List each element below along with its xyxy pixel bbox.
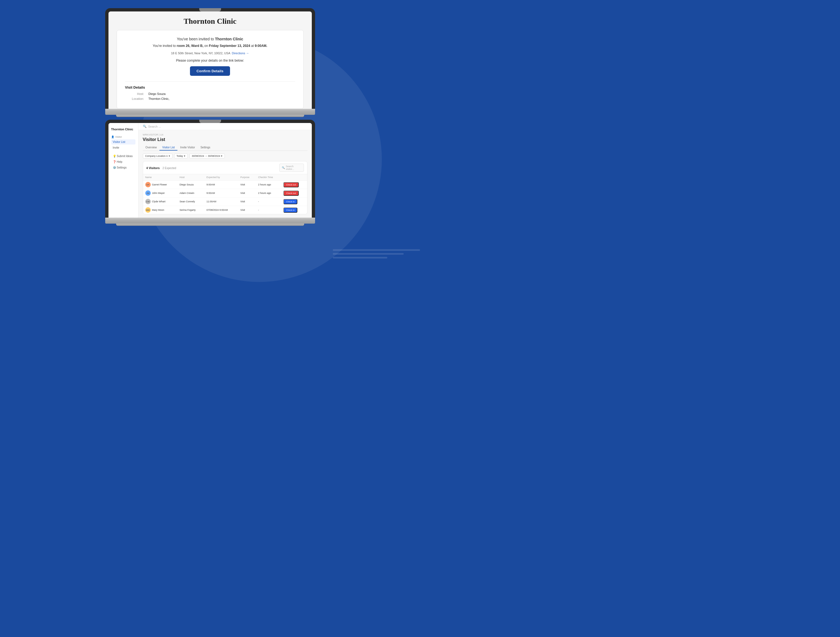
sidebar-item-submit-ideas[interactable]: 💡 Submit Ideas [111, 153, 136, 159]
top-laptop-frame: Thornton Clinic You've been invited to T… [105, 8, 315, 109]
decorative-lines [333, 249, 420, 259]
email-card: You've been invited to Thornton Clinic Y… [117, 30, 304, 109]
host-label: Host: [125, 92, 144, 95]
breadcrumb: WRKVISITOR | U4 [143, 133, 308, 136]
checkin-button[interactable]: Check in [283, 207, 297, 213]
checkin-time-cell: 2 hours ago [256, 180, 281, 189]
avatar: GF [145, 182, 151, 187]
tab-overview[interactable]: Overview [143, 145, 160, 150]
col-checkin: Checkin Time [256, 174, 281, 180]
filter-bar: Company Location A ▾ Today ▾ 30/08/2024 … [143, 153, 308, 158]
table-row: GF Garret Flower Diego Souza9:00AMVisit2… [143, 180, 307, 189]
host-row: Host: Diego Souza [125, 92, 295, 95]
table-row: JM John Mayer Adam Crewin9:00AMVisit2 ho… [143, 189, 307, 198]
checkin-button[interactable]: Check in [283, 199, 297, 204]
host-cell: Serina Fogarty [177, 206, 204, 214]
sidebar-logo: Thornton Clinic [111, 127, 136, 131]
col-action [281, 174, 307, 180]
expected-cell: 9:00AM [204, 189, 238, 198]
location-label: Location: [125, 97, 144, 100]
location-value: Thornton Clinic, [148, 97, 169, 100]
location-filter[interactable]: Company Location A ▾ [143, 153, 172, 158]
col-purpose: Purpose [238, 174, 256, 180]
visit-details-title: Visit Details [125, 85, 295, 89]
clinic-name-bold: Thornton Clinic [215, 37, 243, 41]
tab-settings[interactable]: Settings [197, 145, 213, 150]
main-content: 🔍 Search ... WRKVISITOR | U4 Visitor Lis… [139, 123, 312, 218]
clinic-title-top: Thornton Clinic [117, 17, 304, 25]
bottom-screen: Thornton Clinic 👤 Visitor Visitor List I… [109, 123, 312, 218]
avatar: MM [145, 207, 151, 213]
search-icon-table: 🔍 [282, 166, 285, 169]
col-name: Name [143, 174, 177, 180]
action-cell: Check in [281, 206, 307, 214]
table-row: CW Clyde Whart Sean Connely11:00AMVisit-… [143, 198, 307, 206]
host-value: Diego Souza [148, 92, 166, 95]
main-container: Thornton Clinic You've been invited to T… [0, 0, 420, 234]
complete-details-text: Please complete your details on the link… [125, 58, 295, 62]
date-range-filter[interactable]: 30/08/2024 → 30/08/2024 ▾ [189, 153, 225, 158]
visitor-name: Garret Flower [152, 183, 167, 186]
avatar-cell: CW Clyde Whart [145, 199, 175, 204]
avatar-cell: GF Garret Flower [145, 182, 175, 187]
avatar-cell: MM Mary Moon [145, 207, 175, 213]
top-laptop-base [105, 109, 315, 115]
confirm-details-button[interactable]: Confirm Details [190, 66, 230, 76]
tab-bar: Overview Visitor List Invite Visitor Set… [143, 145, 308, 151]
checkout-button[interactable]: Check out [283, 191, 299, 196]
page-title: Visitor List [143, 137, 308, 142]
top-screen: Thornton Clinic You've been invited to T… [109, 11, 312, 109]
bottom-laptop-frame: Thornton Clinic 👤 Visitor Visitor List I… [105, 120, 315, 218]
checkout-button[interactable]: Check out [283, 182, 299, 187]
host-cell: Diego Souza [177, 180, 204, 189]
chevron-down-icon: ▾ [169, 155, 170, 157]
action-cell: Check out [281, 189, 307, 198]
directions-link[interactable]: Directions → [232, 52, 249, 55]
visitor-name-cell: CW Clyde Whart [143, 198, 177, 206]
visitor-table: Name Host Expected by Purpose Checkin Ti… [143, 174, 307, 214]
invite-plain-text: You've been invited to [177, 37, 215, 41]
top-laptop-foot [116, 115, 304, 117]
visitor-name: Clyde Whart [152, 200, 166, 203]
visitor-name-cell: MM Mary Moon [143, 206, 177, 214]
settings-icon: ⚙️ [113, 166, 116, 169]
action-cell: Check out [281, 180, 307, 189]
sidebar-item-visitor-list[interactable]: Visitor List [111, 139, 136, 144]
sidebar-item-invite[interactable]: Invite [111, 145, 136, 150]
search-icon-global: 🔍 [143, 125, 147, 128]
sidebar-item-help[interactable]: ❓ Help [111, 159, 136, 164]
avatar-cell: JM John Mayer [145, 190, 175, 196]
purpose-cell: Visit [238, 189, 256, 198]
avatar: CW [145, 199, 151, 204]
visit-details-section: Visit Details Host: Diego Souza Location… [125, 81, 295, 100]
table-search-box[interactable]: 🔍 Search visitor... [279, 164, 304, 172]
date-preset-filter[interactable]: Today ▾ [174, 153, 188, 158]
sidebar-section-visitor: 👤 Visitor [111, 136, 136, 138]
address-line: 18 E 50th Street, New York, NY, 10022, U… [125, 52, 295, 55]
lightbulb-icon: 💡 [113, 155, 116, 158]
sidebar: Thornton Clinic 👤 Visitor Visitor List I… [109, 123, 139, 218]
location-row: Location: Thornton Clinic, [125, 97, 295, 100]
top-laptop: Thornton Clinic You've been invited to T… [105, 8, 315, 117]
action-cell: Check in [281, 198, 307, 206]
chevron-down-icon-2: ▾ [184, 155, 185, 157]
room-details: You're invited to room 26, Ward B, on Fr… [125, 43, 295, 48]
visitor-name: Mary Moon [152, 209, 164, 211]
visitor-count: 4 Visitors [146, 166, 160, 170]
sidebar-item-settings[interactable]: ⚙️ Settings [111, 165, 136, 170]
col-host: Host [177, 174, 204, 180]
visitor-name-cell: JM John Mayer [143, 189, 177, 198]
dashboard: Thornton Clinic 👤 Visitor Visitor List I… [109, 123, 312, 218]
expected-count: 2 Expected [163, 167, 176, 170]
checkin-time-cell: - [256, 198, 281, 206]
search-placeholder: Search ... [148, 125, 161, 128]
visitor-table-card: 4 Visitors 2 Expected 🔍 Search visitor..… [143, 161, 308, 214]
table-row: MM Mary Moon Serina Fogarty07/08/2024 9:… [143, 206, 307, 214]
global-search-bar: 🔍 Search ... [139, 123, 312, 130]
email-page: Thornton Clinic You've been invited to T… [109, 11, 312, 109]
col-expected: Expected by [204, 174, 238, 180]
bottom-laptop-base [105, 218, 315, 224]
tab-visitor-list[interactable]: Visitor List [159, 145, 177, 150]
tab-invite-visitor[interactable]: Invite Visitor [177, 145, 197, 150]
expected-cell: 07/08/2024 9:00AM [204, 206, 238, 214]
